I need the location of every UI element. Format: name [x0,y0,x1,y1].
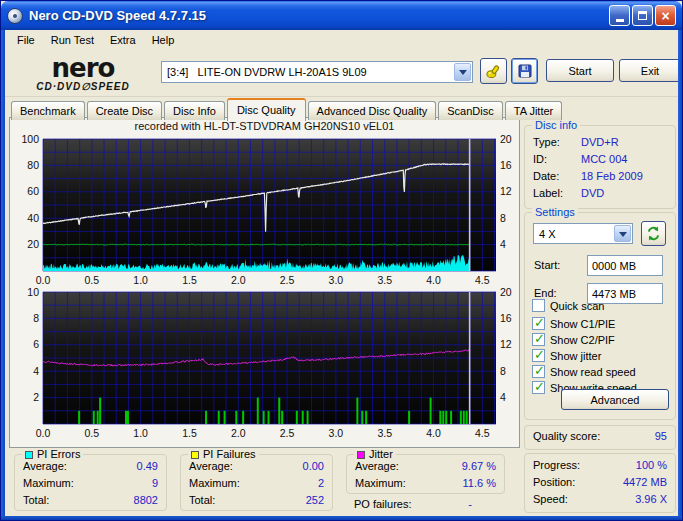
svg-text:6: 6 [33,338,39,350]
quality-score-row: Quality score: 95 [533,426,667,442]
tab-disc-quality[interactable]: Disc Quality [227,98,306,121]
pi-failures-legend: PI Failures [188,448,259,460]
menu-run-test[interactable]: Run Test [43,31,102,49]
checkbox-show-jitter[interactable]: Show jitter [532,349,601,362]
disc-date-row: Date:18 Feb 2009 [533,165,667,182]
svg-text:2.0: 2.0 [231,427,246,439]
checkbox-quick-scan[interactable]: Quick scan [532,299,604,312]
pi-errors-maximum-row: Maximum:9 [23,472,158,489]
jitter-legend-icon [357,451,365,459]
scan-speed-select[interactable]: 4 X [533,223,633,244]
chevron-down-icon[interactable] [614,225,631,242]
scan-speed-value: 4 X [534,228,613,240]
svg-text:8: 8 [500,365,506,377]
svg-text:8: 8 [500,212,506,224]
pi-failures-total-row: Total:252 [189,489,324,506]
svg-text:10: 10 [27,287,39,298]
jitter-box: Jitter Average:9.67 % Maximum:11.6 % [346,454,505,494]
nero-logo-text: nero [15,55,151,81]
toolbar: nero CD·DVD∅SPEED [3:4] LITE-ON DVDRW LH… [5,50,678,97]
advanced-button[interactable]: Advanced [561,389,669,410]
menubar: File Run Test Extra Help [5,30,678,50]
tab-benchmark[interactable]: Benchmark [11,101,85,120]
checkbox-icon[interactable] [532,349,545,362]
save-icon [517,63,533,79]
checkbox-icon[interactable] [532,333,545,346]
disc-info-group: Disc info Type:DVD+R ID:MCC 004 Date:18 … [524,125,676,209]
refresh-icon [646,226,661,241]
nero-logo: nero CD·DVD∅SPEED [15,55,151,92]
svg-text:4.5: 4.5 [475,274,490,286]
pi-errors-legend-icon [25,451,33,459]
pi-failures-legend-icon [191,451,199,459]
maximize-icon [638,11,647,20]
speed-row: Speed:3.96 X [533,488,667,505]
tab-advanced-disc-quality[interactable]: Advanced Disc Quality [308,101,437,120]
checkbox-show-c1-pie[interactable]: Show C1/PIE [532,317,615,330]
minimize-icon [616,19,624,22]
svg-text:60: 60 [27,185,39,197]
tab-ta-jitter[interactable]: TA Jitter [505,101,563,120]
progress-row: Progress:100 % [533,454,667,471]
chevron-down-icon[interactable] [454,63,471,81]
start-button[interactable]: Start [546,59,614,82]
svg-text:3.0: 3.0 [329,427,344,439]
exit-button[interactable]: Exit [619,59,681,82]
svg-text:4.5: 4.5 [475,427,490,439]
end-field-label: End: [534,287,557,299]
svg-text:4: 4 [33,365,39,377]
checkbox-icon[interactable] [532,365,545,378]
close-icon: × [661,9,669,23]
chart-panel: recorded with HL-DT-STDVDRAM GH20NS10 vE… [9,117,520,448]
window-title: Nero CD-DVD Speed 4.7.7.15 [29,8,609,23]
window-border-bottom [1,516,682,520]
jitter-legend: Jitter [354,448,396,460]
menu-file[interactable]: File [9,31,43,49]
svg-text:4: 4 [500,391,506,403]
app-window: Nero CD-DVD Speed 4.7.7.15 × File Run Te… [0,0,683,521]
svg-text:4.0: 4.0 [426,427,441,439]
svg-text:1.5: 1.5 [182,427,197,439]
checkbox-show-c2-pif[interactable]: Show C2/PIF [532,333,615,346]
nero-logo-subtext: CD·DVD∅SPEED [15,82,151,92]
pi-failures-jitter-chart: 108642201612840.00.51.01.52.02.53.03.54.… [11,287,518,440]
settings-group: Settings 4 X Start: End: Quick scan Show… [524,212,676,420]
svg-text:0.5: 0.5 [85,427,100,439]
progress-box: Progress:100 % Position:4472 MB Speed:3.… [524,453,676,513]
pi-errors-box: PI Errors Average:0.49 Maximum:9 Total:8… [14,454,167,511]
svg-text:20: 20 [27,238,39,250]
svg-text:12: 12 [500,338,512,350]
drive-selector[interactable]: [3:4] LITE-ON DVDRW LH-20A1S 9L09 [161,61,473,83]
window-border-left [1,29,5,520]
checkbox-icon[interactable] [532,317,545,330]
pi-failures-maximum-row: Maximum:2 [189,472,324,489]
settings-title: Settings [532,206,578,218]
checkbox-show-read-speed[interactable]: Show read speed [532,365,636,378]
tab-disc-info[interactable]: Disc Info [164,101,225,120]
pi-failures-box: PI Failures Average:0.00 Maximum:2 Total… [180,454,333,511]
start-field-label: Start: [534,259,560,271]
svg-text:0.5: 0.5 [85,274,100,286]
maximize-button[interactable] [632,5,653,26]
svg-text:100: 100 [21,134,39,145]
refresh-button[interactable] [641,221,666,246]
save-button[interactable] [511,58,538,84]
tab-create-disc[interactable]: Create Disc [87,101,162,120]
checkbox-icon[interactable] [532,299,545,312]
tab-scandisc[interactable]: ScanDisc [438,101,502,120]
svg-text:3.5: 3.5 [377,274,392,286]
svg-text:16: 16 [500,312,512,324]
checkbox-icon[interactable] [532,381,545,394]
minimize-button[interactable] [609,5,630,26]
window-border-right [678,29,682,520]
options-button[interactable] [480,58,507,84]
tools-icon [485,63,502,80]
pi-errors-legend: PI Errors [22,448,83,460]
disc-id-row: ID:MCC 004 [533,148,667,165]
start-input[interactable] [587,255,663,276]
close-button[interactable]: × [655,5,676,26]
svg-text:0.0: 0.0 [36,427,51,439]
menu-help[interactable]: Help [144,31,183,49]
menu-extra[interactable]: Extra [102,31,144,49]
svg-text:1.5: 1.5 [182,274,197,286]
